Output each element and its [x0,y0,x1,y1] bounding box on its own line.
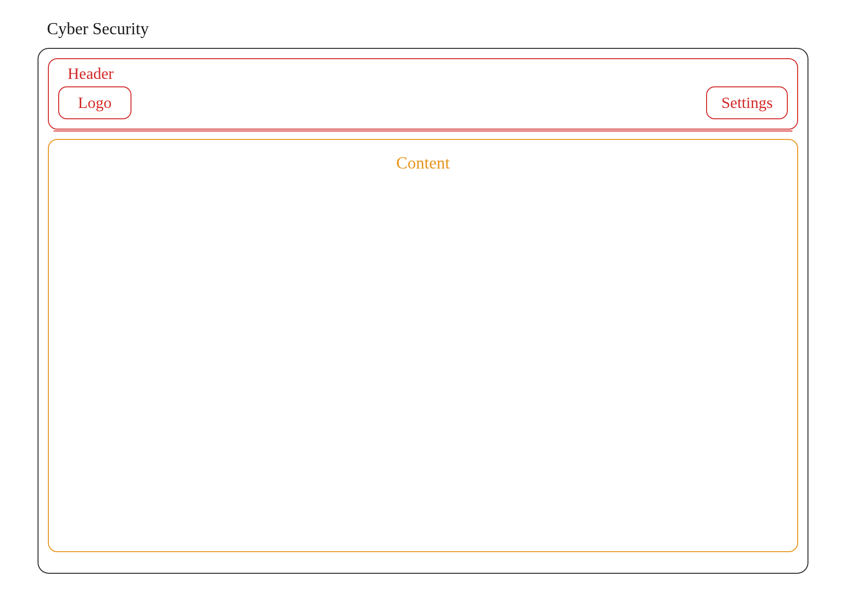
logo-box: Logo [58,86,131,119]
content-label: Content [58,153,788,173]
header-label: Header [68,65,788,83]
page-title: Cyber Security [47,19,808,38]
content-region: Content [48,139,798,552]
header-row: Logo Settings [58,86,788,119]
app-frame: Header Logo Settings Content [38,48,808,574]
header-region: Header Logo Settings [48,58,798,130]
header-underline [54,131,792,131]
settings-button[interactable]: Settings [706,86,788,119]
